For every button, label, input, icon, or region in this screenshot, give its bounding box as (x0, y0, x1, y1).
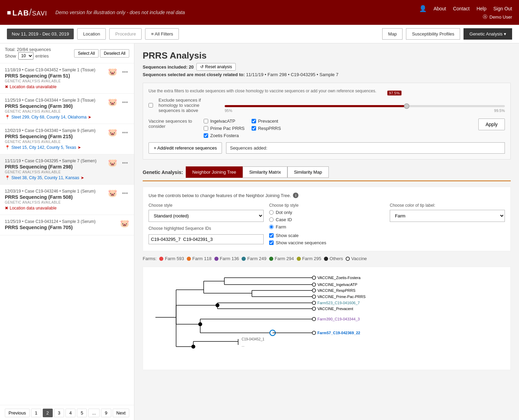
case-info: 12/02/19 • Case C19-043340 • Sample 9 (S… (5, 128, 104, 150)
sequences-count: Sequences included: 20 (143, 64, 194, 70)
farm-249-dot (242, 257, 246, 261)
ingelvac-checkbox[interactable] (204, 119, 208, 123)
svg-text:Farm523_C19-041606_7: Farm523_C19-041606_7 (317, 301, 360, 305)
case-info: 11/18/19 • Case C19-043452 • Sample 1 (T… (5, 68, 104, 89)
svg-text:VACCINE_Zoetis-Fostera: VACCINE_Zoetis-Fostera (317, 276, 361, 280)
next-page-button[interactable]: Next (113, 409, 130, 417)
list-item[interactable]: 11/11/19 • Case C19-043295 • Sample 7 (S… (0, 154, 134, 185)
list-item[interactable]: 11/25/19 • Case C19-043344 • Sample 3 (T… (0, 94, 134, 124)
filter-note: Use the extra filters to exclude sequenc… (149, 89, 505, 93)
tab-similarity-matrix[interactable]: Similarity Matrix (243, 166, 287, 178)
nav-signout[interactable]: Sign Out (493, 6, 512, 11)
color-select[interactable]: Farm Case ID (390, 210, 505, 222)
page-9-button[interactable]: 9 (101, 409, 111, 417)
respprrs-checkbox[interactable] (252, 126, 256, 131)
logo-lab: LAB (12, 9, 29, 17)
slider-thumb[interactable] (404, 103, 409, 109)
dot-only-radio[interactable] (269, 210, 274, 215)
svg-point-32 (312, 307, 316, 310)
case-tag: GENETIC ANALYSIS AVAILABLE (5, 201, 104, 204)
page-1-button[interactable]: 1 (31, 409, 41, 417)
list-item[interactable]: 11/18/19 • Case C19-043452 • Sample 1 (T… (0, 63, 134, 94)
nav-help[interactable]: Help (477, 6, 487, 11)
list-item[interactable]: 12/03/19 • Case C19-043246 • Sample 1 (S… (0, 185, 134, 215)
genetic-analysis-button[interactable]: Genetic Analysis (464, 28, 512, 40)
vaccine-item: IngelvacATP (204, 119, 245, 124)
zoetis-checkbox[interactable] (204, 133, 208, 138)
page-5-button[interactable]: 5 (77, 409, 87, 417)
tree-controls-section: Use the controls below to change feature… (143, 187, 511, 251)
svg-point-11 (312, 283, 316, 286)
legend-farm-118: Farm 118 (187, 256, 212, 261)
highlight-input[interactable] (149, 234, 264, 244)
case-id-radio[interactable] (269, 217, 274, 222)
procedure-filter-button[interactable]: Procedure (109, 28, 142, 40)
logo-text: LAB/SAVI (12, 7, 47, 18)
info-icon[interactable]: i (293, 193, 298, 198)
case-name: PRRS Sequencing (Farm 215) (5, 134, 104, 139)
tab-neighbor-joining[interactable]: Neighbor Joining Tree (186, 166, 243, 178)
show-entries-select[interactable]: 102550 (18, 52, 33, 60)
analysis-label: Genetic Analysis: (143, 170, 183, 175)
farm-118-dot (187, 257, 191, 261)
logo-savi: SAVI (32, 10, 47, 17)
susceptibility-button[interactable]: Susceptibility Profiles (406, 28, 460, 40)
tab-group: Neighbor Joining Tree Similarity Matrix … (186, 166, 329, 178)
location-icon: 📍 (5, 175, 10, 180)
all-filters-button[interactable]: ≡ All Filters (145, 28, 179, 40)
apply-button[interactable]: Apply (478, 119, 505, 130)
show-scale-checkbox[interactable] (269, 233, 274, 238)
page-title: PRRS Analysis (143, 50, 511, 61)
case-location: 📍 Steet 15, City 142, County 5, Texas ➤ (5, 145, 104, 150)
farm-radio[interactable] (269, 225, 274, 229)
farm-294-dot (269, 257, 273, 261)
location-filter-button[interactable]: Location (77, 28, 106, 40)
reset-analysis-button[interactable]: ↺ Reset analysis (196, 63, 236, 71)
farm-593-dot (159, 257, 163, 261)
style-select[interactable]: Standard (rooted) Circular Unrooted (149, 210, 264, 222)
map-view-button[interactable]: Map (382, 28, 403, 40)
legend-vaccine: Vaccine (346, 256, 367, 261)
nav-about[interactable]: About (434, 6, 446, 11)
show-vaccine-checkbox[interactable] (269, 240, 274, 245)
prevacent-checkbox[interactable] (252, 119, 256, 123)
select-all-button[interactable]: Select All (74, 49, 99, 58)
show-scale-item: Show scale (269, 233, 384, 238)
prev-page-button[interactable]: Previous (5, 409, 30, 417)
nav-contact[interactable]: Contact (453, 6, 469, 11)
logo: ■ LAB/SAVI (7, 7, 47, 18)
case-menu[interactable]: ••• (121, 189, 129, 198)
radio-case-id: Case ID (269, 217, 384, 222)
date-range-button[interactable]: Nov 11, 2019 - Dec 03, 2019 (7, 29, 74, 39)
pig-icon: 🐷 (108, 98, 117, 107)
legend-others: Others (324, 256, 343, 261)
page-3-button[interactable]: 3 (54, 409, 64, 417)
color-label: Choose color of tip label: (390, 203, 505, 208)
primepac-checkbox[interactable] (204, 126, 208, 131)
show-checkboxes: Show scale Show vaccine sequences (269, 233, 384, 245)
list-item[interactable]: 11/25/19 • Case C19-043124 • Sample 3 (S… (0, 215, 134, 235)
tab-similarity-map[interactable]: Similarity Map (287, 166, 329, 178)
select-buttons: Select All Deselect All (74, 49, 129, 58)
navigate-icon: ➤ (78, 145, 81, 150)
case-menu[interactable]: ••• (121, 128, 129, 137)
vaccine-item: Zoetis Fostera (204, 133, 245, 138)
add-ref-button[interactable]: + Add/edit reference sequences (149, 142, 222, 154)
header-nav: 👤 About Contact Help Sign Out (419, 5, 512, 12)
svg-point-7 (312, 276, 316, 279)
sidebar: Total: 20/84 sequences Show 102550 entri… (0, 43, 134, 420)
pig-icon: 🐷 (108, 189, 117, 198)
filter-panel: Use the extra filters to exclude sequenc… (143, 83, 511, 160)
deselect-all-button[interactable]: Deselect All (100, 49, 129, 58)
page-2-button[interactable]: 2 (43, 409, 53, 417)
exclude-checkbox[interactable] (149, 103, 153, 107)
case-date-id: 11/18/19 • Case C19-043452 • Sample 1 (T… (5, 68, 104, 72)
list-item[interactable]: 12/02/19 • Case C19-043340 • Sample 9 (S… (0, 124, 134, 154)
case-date-id: 12/02/19 • Case C19-043340 • Sample 9 (S… (5, 128, 104, 133)
case-menu[interactable]: ••• (121, 68, 129, 76)
case-name: PRRS Sequencing (Farm 298) (5, 164, 104, 170)
pig-icon: 🐷 (108, 128, 117, 137)
case-menu[interactable]: ••• (121, 158, 129, 167)
page-4-button[interactable]: 4 (65, 409, 75, 417)
case-menu[interactable]: ••• (121, 98, 129, 107)
